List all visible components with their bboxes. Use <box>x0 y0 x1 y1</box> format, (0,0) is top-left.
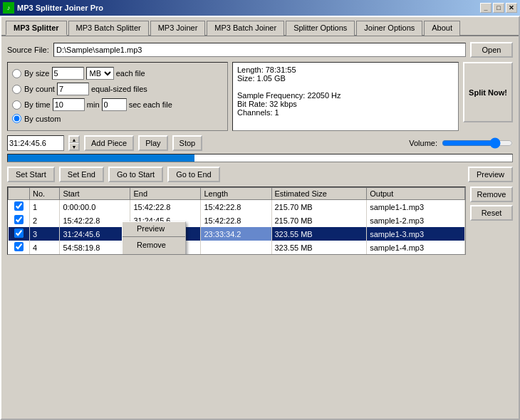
row-length <box>201 241 271 254</box>
maximize-button[interactable]: □ <box>493 3 504 13</box>
volume-label: Volume: <box>409 139 437 147</box>
spin-down-button[interactable]: ▼ <box>69 143 79 150</box>
source-input[interactable] <box>53 43 466 57</box>
context-reset[interactable]: Reset <box>123 251 185 255</box>
col-output: Output <box>367 188 465 200</box>
nav-row: Set Start Set End Go to Start Go to End … <box>7 167 513 182</box>
content-area: Source File: Open By size MB <box>1 36 519 261</box>
by-time-row: By time min sec each file <box>12 98 223 111</box>
volume-slider[interactable] <box>442 137 513 149</box>
open-button[interactable]: Open <box>470 42 513 58</box>
row-length: 15:42:22.8 <box>201 214 271 227</box>
time-position-input[interactable] <box>7 135 64 151</box>
row-output: sample1-3.mp3 <box>367 227 465 241</box>
table-header-row: No. Start End Length Estimated Size Outp… <box>9 188 465 200</box>
set-start-button[interactable]: Set Start <box>7 167 55 182</box>
count-value-input[interactable] <box>57 83 89 95</box>
play-button[interactable]: Play <box>138 135 167 151</box>
controls-row: ▲ ▼ Add Piece Play Stop Volume: <box>7 135 513 151</box>
info-bit-rate: Bit Rate: 32 kbps <box>237 100 454 108</box>
time-value-input[interactable] <box>53 98 85 111</box>
table-row[interactable]: 2 15:42:22.8 31:24:45.6 15:42:22.8 215.7… <box>9 214 465 227</box>
tab-bar: MP3 Splitter MP3 Batch Splitter MP3 Join… <box>1 17 519 36</box>
row-output: sample1-1.mp3 <box>367 200 465 214</box>
row-start: 0:00:00.0 <box>60 200 130 214</box>
row-no: 2 <box>30 214 60 227</box>
by-size-radio[interactable] <box>12 69 21 78</box>
by-time-label: By time <box>24 100 51 109</box>
row-length: 15:42:22.8 <box>201 200 271 214</box>
by-count-label: By count <box>24 85 55 93</box>
window-title: MP3 Splitter Joiner Pro <box>17 4 103 12</box>
time-spinner[interactable]: ▲ ▼ <box>68 135 80 151</box>
split-now-button[interactable]: Split Now! <box>463 62 513 122</box>
row-checkbox-cell <box>9 200 30 214</box>
app-icon: ♪ <box>3 2 14 14</box>
by-custom-radio[interactable] <box>12 114 21 123</box>
col-checkbox <box>9 188 30 200</box>
row-checkbox[interactable] <box>14 215 24 224</box>
row-checkbox-cell <box>9 227 30 241</box>
go-to-end-button[interactable]: Go to End <box>167 167 220 182</box>
row-checkbox-cell <box>9 241 30 254</box>
row-checkbox[interactable] <box>14 229 24 238</box>
minimize-button[interactable]: _ <box>480 3 492 13</box>
row-size: 323.55 MB <box>271 227 367 241</box>
tab-joiner-options[interactable]: Joiner Options <box>356 21 422 36</box>
go-to-start-button[interactable]: Go to Start <box>108 167 163 182</box>
row-checkbox-cell <box>9 214 30 227</box>
row-no: 4 <box>30 241 60 254</box>
context-remove[interactable]: Remove <box>123 238 185 251</box>
tab-about[interactable]: About <box>424 21 460 36</box>
by-size-label: By size <box>24 69 49 78</box>
info-size: Size: 1.05 GB <box>237 74 454 83</box>
row-size: 215.70 MB <box>271 200 367 214</box>
splits-table: No. Start End Length Estimated Size Outp… <box>8 187 465 254</box>
table-row[interactable]: 3 31:24:45.6 54:58:19.8 23:33:34.2 323.5… <box>9 227 465 241</box>
tab-mp3-batch-joiner[interactable]: MP3 Batch Joiner <box>207 21 284 36</box>
row-length: 23:33:34.2 <box>201 227 271 241</box>
row-start: 54:58:19.8 <box>60 241 130 254</box>
by-custom-label: By custom <box>24 115 61 123</box>
row-size: 323.55 MB <box>271 241 367 254</box>
set-end-button[interactable]: Set End <box>59 167 104 182</box>
tab-mp3-splitter[interactable]: MP3 Splitter <box>6 21 67 36</box>
stop-button[interactable]: Stop <box>172 135 203 151</box>
size-value-input[interactable] <box>52 67 84 80</box>
remove-button[interactable]: Remove <box>470 187 513 202</box>
table-area: No. Start End Length Estimated Size Outp… <box>7 187 513 255</box>
info-channels: Channels: 1 <box>237 108 454 117</box>
row-checkbox[interactable] <box>14 201 24 211</box>
by-count-radio[interactable] <box>12 85 21 94</box>
tab-splitter-options[interactable]: Splitter Options <box>286 21 355 36</box>
source-row: Source File: Open <box>7 42 513 58</box>
close-button[interactable]: ✕ <box>506 3 517 13</box>
time-suffix: sec each file <box>129 100 172 109</box>
size-unit-select[interactable]: MB <box>86 67 114 80</box>
title-bar: ♪ MP3 Splitter Joiner Pro _ □ ✕ <box>0 0 520 16</box>
source-label: Source File: <box>7 46 53 54</box>
options-info-row: By size MB each file By count <box>7 62 513 131</box>
table-row[interactable]: 4 54:58:19.8 78:31:55.0 323.55 MB sample… <box>9 241 465 254</box>
preview-button[interactable]: Preview <box>468 167 513 182</box>
col-end: End <box>130 188 201 200</box>
sec-value-input[interactable] <box>102 98 127 111</box>
row-checkbox[interactable] <box>14 242 24 251</box>
table-row[interactable]: 1 0:00:00.0 15:42:22.8 15:42:22.8 215.70… <box>9 200 465 214</box>
progress-bar <box>7 154 513 162</box>
info-length: Length: 78:31:55 <box>237 65 454 74</box>
tab-mp3-batch-splitter[interactable]: MP3 Batch Splitter <box>68 21 149 36</box>
row-output: sample1-4.mp3 <box>367 241 465 254</box>
window-controls[interactable]: _ □ ✕ <box>480 3 517 13</box>
context-preview[interactable]: Preview <box>123 222 185 235</box>
row-size: 215.70 MB <box>271 214 367 227</box>
context-menu: Preview Remove Reset Browse... <box>122 221 186 255</box>
row-output: sample1-2.mp3 <box>367 214 465 227</box>
add-piece-button[interactable]: Add Piece <box>84 135 134 151</box>
side-buttons: Remove Reset <box>470 187 513 255</box>
tab-mp3-joiner[interactable]: MP3 Joiner <box>150 21 206 36</box>
reset-button[interactable]: Reset <box>470 205 513 221</box>
spin-up-button[interactable]: ▲ <box>69 136 79 143</box>
main-window: MP3 Splitter MP3 Batch Splitter MP3 Join… <box>0 16 520 420</box>
by-time-radio[interactable] <box>12 100 21 110</box>
